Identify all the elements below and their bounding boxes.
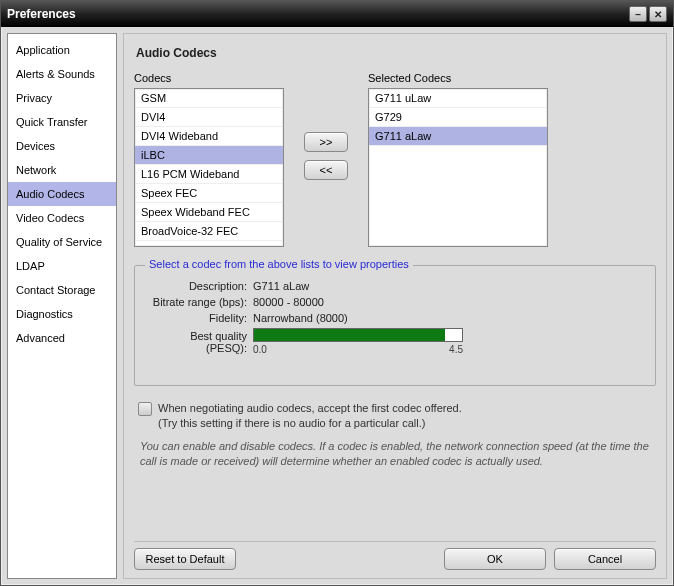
quality-max: 4.5 (449, 344, 463, 355)
window-title: Preferences (7, 7, 76, 21)
codec-item[interactable]: Speex Wideband FEC (135, 203, 283, 222)
accept-first-hint: (Try this setting if there is no audio f… (158, 417, 462, 429)
selected-codec-item[interactable]: G729 (369, 108, 547, 127)
codec-item[interactable]: Speex FEC (135, 184, 283, 203)
sidebar-item-contact-storage[interactable]: Contact Storage (8, 278, 116, 302)
titlebar: Preferences – ✕ (1, 1, 673, 27)
footer: Reset to Default OK Cancel (134, 541, 656, 570)
codec-area: Codecs GSM DVI4 DVI4 Wideband iLBC L16 P… (134, 72, 656, 247)
cancel-button[interactable]: Cancel (554, 548, 656, 570)
description-label: Description: (147, 280, 253, 292)
move-left-button[interactable]: << (304, 160, 348, 180)
selected-codec-item[interactable]: G711 uLaw (369, 89, 547, 108)
bitrate-label: Bitrate range (bps): (147, 296, 253, 308)
sidebar: Application Alerts & Sounds Privacy Quic… (7, 33, 117, 579)
codec-item[interactable]: DVI4 (135, 108, 283, 127)
sidebar-item-privacy[interactable]: Privacy (8, 86, 116, 110)
sidebar-item-diagnostics[interactable]: Diagnostics (8, 302, 116, 326)
quality-fill (254, 329, 445, 341)
sidebar-item-quick-transfer[interactable]: Quick Transfer (8, 110, 116, 134)
info-hint: You can enable and disable codecs. If a … (140, 439, 650, 470)
codecs-label: Codecs (134, 72, 284, 84)
close-button[interactable]: ✕ (649, 6, 667, 22)
reset-to-default-button[interactable]: Reset to Default (134, 548, 236, 570)
fidelity-value: Narrowband (8000) (253, 312, 348, 324)
preferences-window: Preferences – ✕ Application Alerts & Sou… (0, 0, 674, 586)
quality-label: Best quality (PESQ): (147, 330, 253, 354)
codec-item[interactable]: DVI4 Wideband (135, 127, 283, 146)
quality-bar (253, 328, 463, 342)
minimize-icon: – (635, 9, 641, 20)
selected-codec-item[interactable]: G711 aLaw (369, 127, 547, 146)
sidebar-item-video-codecs[interactable]: Video Codecs (8, 206, 116, 230)
main-panel: Audio Codecs Codecs GSM DVI4 DVI4 Wideba… (123, 33, 667, 579)
selected-codecs-column: Selected Codecs G711 uLaw G729 G711 aLaw (368, 72, 548, 247)
content-area: Application Alerts & Sounds Privacy Quic… (1, 27, 673, 585)
sidebar-item-alerts-sounds[interactable]: Alerts & Sounds (8, 62, 116, 86)
properties-legend: Select a codec from the above lists to v… (145, 258, 413, 270)
fidelity-label: Fidelity: (147, 312, 253, 324)
move-right-button[interactable]: >> (304, 132, 348, 152)
sidebar-item-ldap[interactable]: LDAP (8, 254, 116, 278)
sidebar-item-audio-codecs[interactable]: Audio Codecs (8, 182, 116, 206)
codec-item[interactable]: GSM (135, 89, 283, 108)
move-buttons: >> << (304, 132, 348, 180)
accept-first-label: When negotiating audio codecs, accept th… (158, 402, 462, 414)
sidebar-item-advanced[interactable]: Advanced (8, 326, 116, 350)
minimize-button[interactable]: – (629, 6, 647, 22)
available-codecs-list[interactable]: GSM DVI4 DVI4 Wideband iLBC L16 PCM Wide… (134, 88, 284, 247)
available-codecs-column: Codecs GSM DVI4 DVI4 Wideband iLBC L16 P… (134, 72, 284, 247)
selected-codecs-list[interactable]: G711 uLaw G729 G711 aLaw (368, 88, 548, 247)
quality-min: 0.0 (253, 344, 267, 355)
close-icon: ✕ (654, 9, 662, 20)
codec-item[interactable]: iLBC (135, 146, 283, 165)
codec-item[interactable]: BroadVoice-32 FEC (135, 222, 283, 241)
accept-first-checkbox[interactable] (138, 402, 152, 416)
description-value: G711 aLaw (253, 280, 309, 292)
sidebar-item-quality-of-service[interactable]: Quality of Service (8, 230, 116, 254)
codec-properties: Select a codec from the above lists to v… (134, 265, 656, 386)
bitrate-value: 80000 - 80000 (253, 296, 324, 308)
page-title: Audio Codecs (136, 46, 656, 60)
codec-item[interactable]: L16 PCM Wideband (135, 165, 283, 184)
accept-first-row: When negotiating audio codecs, accept th… (138, 402, 656, 429)
ok-button[interactable]: OK (444, 548, 546, 570)
sidebar-item-application[interactable]: Application (8, 38, 116, 62)
selected-codecs-label: Selected Codecs (368, 72, 548, 84)
sidebar-item-devices[interactable]: Devices (8, 134, 116, 158)
sidebar-item-network[interactable]: Network (8, 158, 116, 182)
